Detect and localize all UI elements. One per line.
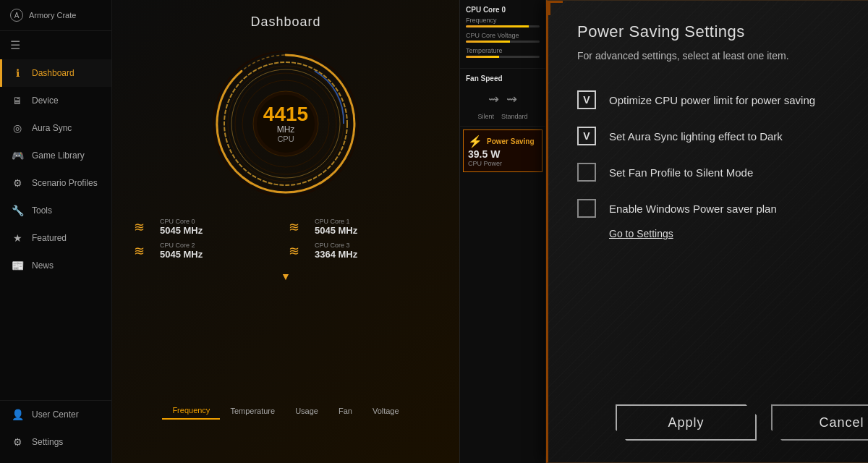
aura-icon: ◎: [10, 121, 25, 135]
stat-value-1: 5045 MHz: [315, 225, 357, 236]
sidebar-item-user-center[interactable]: 👤 User Center: [0, 401, 111, 428]
sidebar-label-featured: Featured: [32, 233, 67, 243]
sidebar-bottom: 👤 User Center ⚙ Settings: [0, 400, 111, 463]
sidebar-item-settings[interactable]: ⚙ Settings: [0, 428, 111, 456]
power-icon: ⚡: [468, 135, 482, 148]
cpu-core-section: CPU Core 0 Frequency CPU Core Voltage Te…: [460, 0, 545, 69]
gauge-value: 4415: [263, 104, 308, 124]
hamburger-menu[interactable]: ☰: [0, 31, 111, 59]
stat-icon-1: ≋: [289, 219, 309, 235]
checkbox-windows[interactable]: [577, 199, 596, 218]
sidebar-item-scenario-profiles[interactable]: ⚙ Scenario Profiles: [0, 169, 111, 197]
check-aura: V: [583, 130, 590, 142]
checkbox-fan[interactable]: [577, 163, 596, 182]
option-text-windows: Enable Windows Power saver plan: [609, 203, 777, 215]
apply-button[interactable]: Apply: [616, 404, 757, 441]
option-aura[interactable]: V Set Aura Sync lighting effect to Dark: [577, 127, 868, 145]
news-icon: 📰: [10, 258, 25, 273]
dialog-subtitle: For advanced settings, select at least o…: [577, 50, 868, 61]
voltage-label: CPU Core Voltage: [466, 32, 540, 39]
fan-label-standard: Standard: [501, 113, 528, 120]
sidebar-label-user: User Center: [32, 409, 79, 420]
voltage-fill: [466, 41, 510, 43]
fan-label-silent: Silent: [477, 113, 494, 120]
checkbox-aura[interactable]: V: [577, 127, 596, 145]
stat-name-1: CPU Core 1: [315, 218, 357, 225]
tab-usage[interactable]: Usage: [285, 402, 328, 420]
user-icon: 👤: [10, 407, 25, 422]
cpu-core-title: CPU Core 0: [466, 6, 540, 14]
option-fan[interactable]: Set Fan Profile to Silent Mode: [577, 163, 868, 182]
stats-grid: ≋ CPU Core 0 5045 MHz ≋ CPU Core 1 5045 …: [112, 211, 459, 267]
stat-cpu-core-0: ≋ CPU Core 0 5045 MHz: [134, 218, 283, 236]
dashboard-tabs: Frequency Temperature Usage Fan Voltage: [112, 402, 459, 420]
frequency-bar: [466, 25, 540, 27]
frequency-fill: [466, 25, 529, 27]
gauge-unit: MHz: [263, 124, 308, 135]
check-cpu: V: [583, 94, 590, 106]
stat-name-2: CPU Core 2: [160, 242, 203, 249]
stat-cpu-core-1: ≋ CPU Core 1 5045 MHz: [289, 218, 438, 236]
stat-name-0: CPU Core 0: [160, 218, 203, 225]
power-label: CPU Power: [468, 160, 537, 167]
stat-icon-2: ≋: [134, 243, 154, 259]
game-icon: 🎮: [10, 148, 25, 163]
tab-fan[interactable]: Fan: [328, 402, 362, 420]
dashboard-icon: ℹ: [10, 66, 25, 80]
stat-cpu-core-3: ≋ CPU Core 3 3364 MHz: [289, 242, 438, 260]
stat-value-2: 5045 MHz: [160, 249, 203, 260]
voltage-bar: [466, 41, 540, 43]
power-saving-title: Power Saving: [487, 137, 535, 145]
settings-icon: ⚙: [10, 435, 25, 449]
sidebar-label-dashboard: Dashboard: [32, 68, 75, 78]
goto-settings-link[interactable]: Go to Settings: [609, 228, 868, 239]
stat-cpu-core-2: ≋ CPU Core 2 5045 MHz: [134, 242, 283, 260]
app-logo: A Armory Crate: [0, 0, 111, 31]
fan-icon-silent: ⇝: [488, 91, 499, 107]
sidebar-label-settings: Settings: [32, 437, 63, 447]
sidebar-item-device[interactable]: 🖥 Device: [0, 87, 111, 114]
sidebar-item-news[interactable]: 📰 News: [0, 252, 111, 279]
dialog-options: V Optimize CPU power limit for power sav…: [577, 90, 868, 383]
sidebar-item-dashboard[interactable]: ℹ Dashboard: [0, 59, 111, 87]
tab-voltage[interactable]: Voltage: [362, 402, 409, 420]
gauge-center: 4415 MHz CPU: [263, 104, 308, 143]
fan-icon-standard: ⇝: [506, 91, 517, 107]
temp-bar: [466, 56, 540, 58]
option-windows[interactable]: Enable Windows Power saver plan: [577, 199, 868, 218]
tab-frequency[interactable]: Frequency: [162, 402, 220, 420]
dashboard-panel: Dashboard: [112, 0, 459, 463]
sidebar-item-aura-sync[interactable]: ◎ Aura Sync: [0, 114, 111, 142]
app-name: Armory Crate: [29, 11, 76, 20]
sidebar: A Armory Crate ☰ ℹ Dashboard 🖥 Device ◎ …: [0, 0, 112, 463]
temp-fill: [466, 56, 499, 58]
power-saving-dialog: Power Saving Settings For advanced setti…: [546, 0, 868, 463]
dashboard-title: Dashboard: [112, 0, 459, 37]
fan-title: Fan Speed: [466, 75, 540, 82]
power-value: 39.5 W: [468, 148, 537, 160]
tab-temperature[interactable]: Temperature: [220, 402, 285, 420]
checkbox-cpu[interactable]: V: [577, 90, 596, 109]
sidebar-label-device: Device: [32, 95, 59, 106]
cpu-gauge: 4415 MHz CPU: [112, 37, 459, 211]
sidebar-item-game-library[interactable]: 🎮 Game Library: [0, 142, 111, 169]
dialog-buttons: Apply Cancel: [577, 383, 868, 441]
sidebar-item-featured[interactable]: ★ Featured: [0, 224, 111, 252]
sidebar-label-scenario: Scenario Profiles: [32, 178, 98, 188]
stat-icon-3: ≋: [289, 243, 309, 259]
fan-labels: Silent Standard: [466, 113, 540, 120]
option-cpu[interactable]: V Optimize CPU power limit for power sav…: [577, 90, 868, 109]
dialog-content: Power Saving Settings For advanced setti…: [548, 1, 868, 462]
logo-icon: A: [10, 9, 23, 22]
power-saving-section: ⚡ Power Saving 39.5 W CPU Power: [463, 129, 542, 172]
cancel-button[interactable]: Cancel: [771, 404, 868, 441]
sidebar-label-news: News: [32, 260, 54, 271]
gauge-label: CPU: [263, 135, 308, 143]
scroll-indicator: ▼: [112, 267, 459, 286]
stat-value-0: 5045 MHz: [160, 225, 203, 236]
scenario-icon: ⚙: [10, 176, 25, 190]
featured-icon: ★: [10, 231, 25, 245]
fan-section: Fan Speed ⇝ ⇝ Silent Standard: [460, 69, 545, 127]
option-text-cpu: Optimize CPU power limit for power savin…: [609, 94, 815, 106]
sidebar-item-tools[interactable]: 🔧 Tools: [0, 197, 111, 224]
